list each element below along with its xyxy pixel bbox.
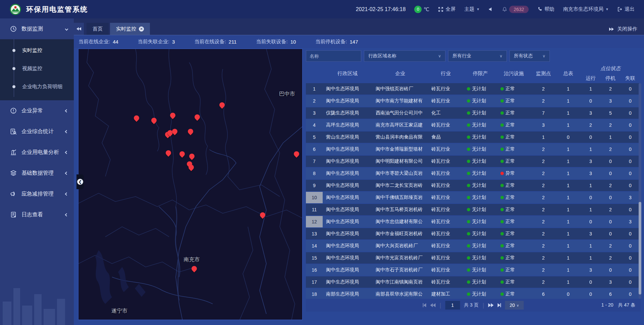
table-row[interactable]: 11 阆中生态环境局 阆中市五马桥页岩机砖 砖瓦行业 无计划 正常 2 1 1 …	[306, 204, 641, 215]
org-menu[interactable]: 南充市生态环境局▼	[563, 6, 609, 12]
chevron-icon	[65, 213, 68, 216]
table-row[interactable]: 5 营山生态环境局 营山县润丰肉食品有限 食品 无计划 正常 1 0 0 1 0	[306, 131, 641, 143]
col-index	[306, 64, 323, 83]
table-row[interactable]: 14 阆中生态环境局 阆中大兴页岩机砖厂 砖瓦行业 无计划 正常 2 1 1 2…	[306, 240, 641, 252]
industry-filter-select[interactable]: 所有行业∨	[448, 50, 507, 62]
tab-home[interactable]: 首页	[87, 23, 109, 35]
next-page-button[interactable]	[488, 303, 493, 307]
cell-facility: 正常	[497, 216, 531, 227]
map-marker-pin[interactable]	[192, 266, 197, 271]
cell-facility: 正常	[497, 252, 531, 264]
tabs-scroll-left-button[interactable]	[74, 23, 84, 35]
cell-plan: 无计划	[464, 180, 497, 191]
table-row[interactable]: 9 阆中生态环境局 阆中市二龙长宝页岩砖 砖瓦行业 无计划 正常 2 1 1 2…	[306, 180, 641, 191]
status-filter-select[interactable]: 所有状态∨	[509, 50, 550, 62]
map-marker-pin[interactable]	[166, 150, 171, 156]
speaker-button[interactable]	[488, 7, 493, 12]
prev-page-icon	[433, 303, 436, 307]
map-marker-pin[interactable]	[189, 154, 195, 159]
cell-points: 2	[531, 240, 556, 252]
table-row[interactable]: 8 阆中生态环境局 阆中市枣碧大梁山页岩 砖瓦行业 无计划 异常 2 1 3 0…	[306, 168, 641, 179]
stat-item: 当前失联设备: 10	[256, 39, 296, 45]
table-row[interactable]: 7 阆中生态环境局 阆中明阳建材有限公司 砖瓦行业 无计划 正常 2 1 3 0…	[306, 156, 641, 167]
scrollbar-thumb[interactable]	[639, 202, 641, 294]
cell-region: 高坪生态环境局	[323, 119, 372, 131]
table-row[interactable]: 12 阆中生态环境局 阆中市忠信建材有限公 砖瓦行业 无计划 正常 2 1 0 …	[306, 216, 641, 227]
name-filter-input[interactable]	[306, 50, 361, 62]
cell-lost: 0	[620, 119, 641, 131]
tab-realtime-monitor[interactable]: 实时监控 ✕	[110, 23, 150, 35]
plan-text: 无计划	[472, 146, 486, 152]
stat-value: 3	[172, 39, 175, 45]
cell-run: 0	[580, 131, 601, 143]
row-index: 9	[306, 180, 323, 191]
table-row[interactable]: 10 阆中生态环境局 阆中千佛镇五郎垭页岩 砖瓦行业 无计划 正常 2 1 0 …	[306, 192, 641, 203]
table-row[interactable]: 18 南部生态环境局 南部县双华水泥有限公 建材加工 无计划 正常 6 0 0 …	[306, 288, 641, 299]
logout-button[interactable]: 退出	[618, 6, 635, 12]
sidebar-item[interactable]: 企业用电量分析	[0, 142, 74, 163]
help-button[interactable]: 帮助	[537, 6, 554, 12]
map-marker-pin[interactable]	[195, 114, 200, 120]
sidebar-subitem[interactable]: 企业电力负荷明细	[0, 77, 74, 96]
table-row[interactable]: 15 阆中生态环境局 阆中市光富页岩机砖厂 砖瓦行业 无计划 正常 2 1 1 …	[306, 252, 641, 264]
table-row[interactable]: 6 阆中生态环境局 阆中市金博瑞新型墙材 砖瓦行业 无计划 正常 2 1 1 2…	[306, 144, 641, 155]
sidebar-subitem[interactable]: 视频监控	[0, 59, 74, 77]
map-marker-pin[interactable]	[170, 113, 175, 118]
map-marker-pin[interactable]	[294, 151, 299, 157]
sidebar-collapse-handle[interactable]: ❮	[76, 174, 84, 189]
table-row[interactable]: 4 高坪生态环境局 南充市高坪区王家店建 砖瓦行业 无计划 正常 3 1 2 2…	[306, 119, 641, 131]
cell-points: 2	[531, 228, 556, 239]
sidebar-item[interactable]: 企业异常	[0, 100, 74, 121]
cell-region: 阆中生态环境局	[323, 276, 372, 288]
sidebar-item[interactable]: 日志查看	[0, 204, 74, 225]
stat-label: 当前失联设备:	[256, 39, 287, 45]
plan-text: 无计划	[472, 291, 486, 297]
chevron-icon	[65, 151, 68, 154]
facility-text: 正常	[505, 110, 515, 116]
map-marker-pin[interactable]	[179, 151, 185, 157]
table-scrollbar[interactable]	[639, 83, 641, 299]
sidebar-item[interactable]: 应急减排管理	[0, 183, 74, 204]
theme-button[interactable]: 主题▼	[464, 6, 480, 12]
stat-value: 147	[350, 39, 358, 45]
map-marker-pin[interactable]	[189, 165, 194, 170]
pin-icon	[187, 127, 195, 135]
sidebar-item[interactable]: 企业综合统计	[0, 121, 74, 142]
page-size-select[interactable]: 20∨	[505, 301, 524, 310]
page-number-input[interactable]	[445, 301, 460, 310]
table-row[interactable]: 1 阆中生态环境局 阆中强锐页岩砖厂 砖瓦行业 无计划 正常 2 1 1 2 0	[306, 83, 641, 95]
map-marker-pin[interactable]	[219, 102, 225, 107]
sidebar-subitem[interactable]: 实时监控	[0, 41, 74, 59]
cell-plan: 无计划	[464, 168, 497, 179]
map-canvas[interactable]: 巴中市南充市遂宁市	[78, 49, 303, 320]
cell-facility: 正常	[497, 107, 531, 119]
table-row[interactable]: 2 阆中生态环境局 阆中市南方节能建材有 砖瓦行业 无计划 正常 2 1 0 3…	[306, 95, 641, 107]
map-marker-pin[interactable]	[260, 212, 265, 218]
table-row[interactable]: 16 阆中生态环境局 阆中市石子页岩机砖厂 砖瓦行业 无计划 正常 2 1 3 …	[306, 264, 641, 276]
cell-run: 1	[580, 180, 601, 191]
last-page-button[interactable]	[497, 303, 501, 307]
sidebar-item[interactable]: 数据监测	[0, 18, 74, 39]
map-marker-pin[interactable]	[151, 117, 157, 123]
notifications[interactable]: 2632	[502, 6, 529, 13]
row-index: 14	[306, 240, 323, 252]
map-marker-pin[interactable]	[134, 115, 139, 121]
first-page-button[interactable]	[423, 303, 426, 307]
close-icon[interactable]: ✕	[139, 26, 144, 32]
fullscreen-button[interactable]: 全屏	[438, 6, 455, 12]
cell-company: 西南油气田分公司川中	[372, 107, 428, 119]
facility-status-dot	[500, 111, 504, 115]
cell-company: 阆中市枣碧大梁山页岩	[372, 168, 428, 179]
table-row[interactable]: 3 仪陇生态环境局 西南油气田分公司川中 化工 无计划 正常 7 1 3 5 0	[306, 107, 641, 119]
map-marker-pin[interactable]	[172, 129, 177, 134]
sidebar-item[interactable]: 基础数据管理	[0, 163, 74, 183]
region-filter-select[interactable]: 行政区域名称∨	[364, 50, 445, 62]
prev-page-button[interactable]	[430, 303, 436, 307]
map-marker-pin[interactable]	[188, 129, 193, 134]
cell-meters: 1	[556, 192, 580, 203]
table-row[interactable]: 17 阆中生态环境局 阆中市江南镇阆南页岩 砖瓦行业 无计划 正常 2 1 0 …	[306, 276, 641, 288]
last-page-icon	[500, 303, 501, 307]
close-operations-button[interactable]: 关闭操作	[609, 26, 644, 35]
table-row[interactable]: 13 阆中生态环境局 阆中市金福旺页岩机砖 砖瓦行业 无计划 正常 2 1 3 …	[306, 228, 641, 239]
sidebar: 数据监测 实时监控 视频监控 企业电力负荷明细 企业异常 企业综合统计 企业用电…	[0, 18, 74, 325]
